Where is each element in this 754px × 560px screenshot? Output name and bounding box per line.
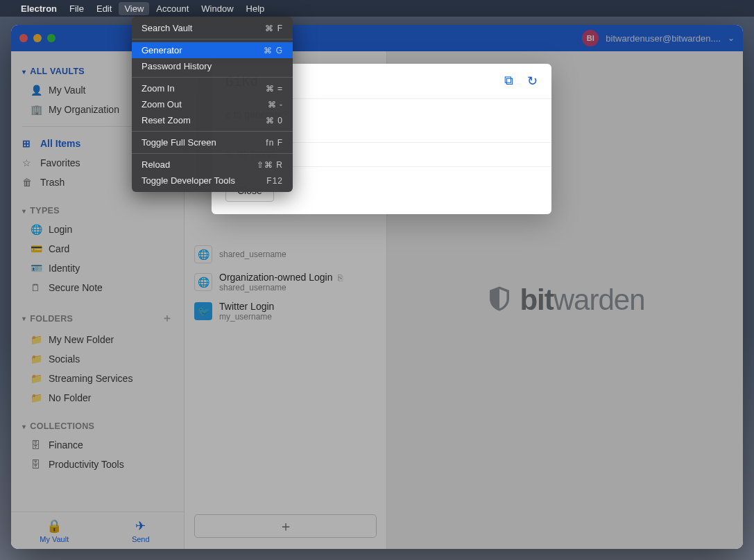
sidebar-item-label: No Folder (49, 392, 91, 403)
sidebar-item-label: All Items (40, 138, 80, 149)
sidebar-tabs: 🔒 My Vault ✈ Send (11, 511, 184, 549)
menu-separator (132, 153, 293, 154)
menu-item-shortcut: ⌘ F (265, 24, 283, 33)
add-item-button[interactable]: ＋ (194, 514, 377, 538)
collections-label: COLLECTIONS (30, 421, 94, 431)
sidebar-item-label: My New Folder (49, 334, 114, 345)
avatar[interactable]: BI (582, 30, 599, 46)
close-icon[interactable] (19, 34, 28, 42)
section-collections[interactable]: ▾ COLLECTIONS (11, 417, 184, 435)
sidebar-item-label: Productivity Tools (49, 459, 124, 470)
menu-file[interactable]: File (69, 3, 84, 14)
menu-view[interactable]: View (119, 2, 149, 15)
menu-item-shortcut: ⌘ G (264, 46, 283, 55)
window-controls (19, 34, 55, 42)
window-titlebar: BI bitwardenuser@bitwarden.... ⌄ (11, 25, 743, 51)
note-icon: 🗒 (31, 282, 42, 293)
copy-icon[interactable]: ⧉ (504, 73, 513, 89)
menu-item-zoom-out[interactable]: Zoom Out⌘ - (132, 96, 293, 112)
menu-item-search-vault[interactable]: Search Vault⌘ F (132, 20, 293, 36)
twitter-icon: 🐦 (194, 302, 212, 320)
grid-icon: ⊞ (22, 138, 33, 149)
trash-icon: 🗑 (22, 177, 33, 188)
macos-menubar: Electron File Edit View Account Window H… (0, 0, 754, 17)
menu-window[interactable]: Window (201, 3, 233, 14)
minimize-icon[interactable] (33, 34, 42, 42)
menu-item-label: Zoom In (142, 83, 175, 94)
app-name[interactable]: Electron (21, 3, 57, 14)
send-icon: ✈ (135, 518, 146, 534)
sidebar-item-folder[interactable]: 📁My New Folder (11, 330, 184, 349)
section-types[interactable]: ▾ TYPES (11, 202, 184, 220)
menu-item-shortcut: ⇧⌘ R (257, 160, 283, 170)
item-subtitle: my_username (219, 312, 274, 322)
menu-help[interactable]: Help (246, 3, 265, 14)
menu-account[interactable]: Account (156, 3, 189, 14)
maximize-icon[interactable] (47, 34, 55, 42)
person-icon: 👤 (31, 85, 42, 96)
globe-icon: 🌐 (31, 224, 42, 235)
menu-item-shortcut: ⌘ = (266, 84, 283, 94)
sidebar-item-label: Socials (49, 353, 80, 365)
card-icon: 💳 (31, 243, 42, 254)
sidebar-item-folder[interactable]: 📁Socials (11, 349, 184, 369)
sidebar-item-label: Streaming Services (49, 373, 132, 384)
sidebar-item-collection[interactable]: 🗄Productivity Tools (11, 455, 184, 474)
tab-my-vault[interactable]: 🔒 My Vault (11, 512, 98, 549)
logo-text: bitwarden (520, 283, 644, 317)
collection-icon: 🗄 (31, 439, 42, 450)
menu-item-shortcut: ⌘ - (268, 100, 283, 110)
tab-label: My Vault (40, 535, 69, 543)
shield-icon (485, 284, 514, 316)
sidebar-item-login[interactable]: 🌐Login (11, 220, 184, 239)
chevron-down-icon: ▾ (22, 68, 26, 76)
menu-item-shortcut: F12 (266, 176, 283, 186)
chevron-down-icon: ▾ (22, 315, 26, 322)
section-folders[interactable]: ▾ FOLDERS ＋ (11, 307, 184, 330)
list-item[interactable]: 🌐 Organization-owned Login ⎘ shared_user… (185, 268, 386, 297)
sidebar-item-folder[interactable]: 📁Streaming Services (11, 369, 184, 388)
sidebar-item-folder[interactable]: 📁No Folder (11, 388, 184, 408)
add-folder-icon[interactable]: ＋ (162, 311, 173, 326)
list-item[interactable]: 🐦 Twitter Login my_username (185, 297, 386, 326)
lock-icon: 🔒 (46, 518, 62, 534)
globe-icon: 🌐 (194, 273, 212, 291)
menu-item-label: Reset Zoom (142, 115, 191, 125)
menu-item-zoom-in[interactable]: Zoom In⌘ = (132, 80, 293, 96)
menu-item-label: Reload (142, 159, 170, 170)
menu-item-label: Toggle Developer Tools (142, 175, 235, 186)
tab-send[interactable]: ✈ Send (98, 512, 185, 549)
menu-item-password-history[interactable]: Password History (132, 58, 293, 74)
bitwarden-logo: bitwarden (485, 283, 644, 317)
folders-label: FOLDERS (30, 314, 73, 324)
sidebar-item-label: My Vault (49, 85, 85, 96)
menu-edit[interactable]: Edit (96, 3, 112, 14)
menu-item-label: Zoom Out (142, 99, 182, 110)
types-label: TYPES (30, 206, 60, 216)
menu-item-reload[interactable]: Reload⇧⌘ R (132, 157, 293, 173)
sidebar-item-collection[interactable]: 🗄Finance (11, 435, 184, 455)
sidebar-item-label: Favorites (40, 157, 80, 168)
menu-item-label: Toggle Full Screen (142, 137, 216, 148)
account-email[interactable]: bitwardenuser@bitwarden.... (606, 33, 721, 44)
menu-item-toggle-full-screen[interactable]: Toggle Full Screenfn F (132, 134, 293, 150)
regenerate-icon[interactable]: ↻ (527, 73, 538, 89)
sidebar-item-label: Login (49, 224, 72, 235)
folder-icon: 📁 (31, 392, 42, 403)
sidebar-item-secure-note[interactable]: 🗒Secure Note (11, 278, 184, 297)
menu-item-shortcut: fn F (266, 138, 283, 148)
menu-item-shortcut: ⌘ 0 (266, 116, 283, 125)
shared-icon: ⎘ (338, 273, 343, 283)
chevron-down-icon[interactable]: ⌄ (728, 33, 735, 43)
sidebar-item-label: Finance (49, 439, 83, 450)
menu-item-reset-zoom[interactable]: Reset Zoom⌘ 0 (132, 112, 293, 128)
menu-separator (132, 39, 293, 40)
menu-item-toggle-developer-tools[interactable]: Toggle Developer ToolsF12 (132, 173, 293, 189)
menu-item-generator[interactable]: Generator⌘ G (132, 42, 293, 58)
sidebar-item-identity[interactable]: 🪪Identity (11, 259, 184, 278)
menu-separator (132, 131, 293, 132)
chevron-down-icon: ▾ (22, 423, 26, 430)
sidebar-item-card[interactable]: 💳Card (11, 239, 184, 259)
item-subtitle: shared_username (219, 283, 343, 292)
item-title: Twitter Login (219, 301, 274, 312)
